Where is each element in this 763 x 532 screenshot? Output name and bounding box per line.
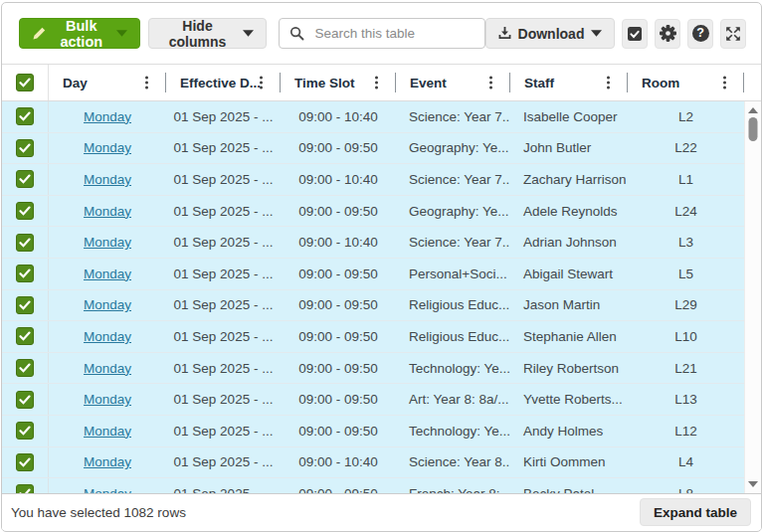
row-checkbox-cell: [2, 416, 49, 446]
day-link[interactable]: Monday: [84, 486, 131, 493]
search-input[interactable]: [313, 25, 475, 42]
row-checkbox[interactable]: [16, 391, 34, 409]
column-label: Day: [63, 76, 88, 90]
table-row[interactable]: Monday 01 Sep 2025 - ... 09:00 - 09:50 G…: [2, 133, 761, 165]
table-search: [279, 18, 485, 49]
column-header-event[interactable]: Event: [396, 65, 510, 100]
cell-day: Monday: [49, 101, 166, 132]
cell-day: Monday: [49, 321, 166, 352]
fullscreen-button[interactable]: [720, 19, 746, 49]
day-link[interactable]: Monday: [84, 392, 131, 407]
row-checkbox-cell: [2, 164, 49, 195]
scrollbar-thumb[interactable]: [749, 117, 758, 141]
row-checkbox-cell: [2, 447, 49, 478]
cell-time-slot: 09:00 - 09:50: [281, 353, 396, 384]
selection-status-text: You have selected 1082 rows: [11, 505, 186, 520]
settings-button[interactable]: [655, 19, 680, 49]
expand-table-button[interactable]: Expand table: [640, 498, 751, 526]
day-link[interactable]: Monday: [84, 140, 131, 155]
column-header-day[interactable]: Day: [49, 65, 166, 100]
column-header-time-slot[interactable]: Time Slot: [281, 65, 396, 100]
row-checkbox[interactable]: [16, 484, 34, 493]
row-checkbox[interactable]: [16, 202, 34, 220]
cell-day: Monday: [49, 384, 166, 415]
day-link[interactable]: Monday: [84, 361, 131, 376]
cell-event: Science: Year 7...: [396, 164, 510, 195]
bulk-action-label: Bulk action: [53, 18, 109, 50]
scroll-down-arrow-icon[interactable]: [748, 481, 758, 487]
cell-room: L10: [628, 321, 744, 352]
row-checkbox[interactable]: [16, 453, 34, 471]
cell-event: Technology: Ye...: [396, 416, 510, 446]
bulk-action-button[interactable]: Bulk action: [19, 18, 140, 49]
column-header-effective-date[interactable]: Effective D...: [166, 65, 281, 100]
table-row[interactable]: Monday 01 Sep 2025 - ... 09:00 - 09:50 F…: [2, 478, 761, 493]
select-rows-button[interactable]: [622, 19, 648, 49]
row-checkbox[interactable]: [16, 234, 34, 252]
download-label: Download: [518, 26, 585, 42]
table-row[interactable]: Monday 01 Sep 2025 - ... 09:00 - 09:50 R…: [2, 290, 761, 322]
cell-staff: Abigail Stewart: [510, 259, 628, 289]
day-link[interactable]: Monday: [84, 172, 131, 187]
row-checkbox[interactable]: [16, 170, 34, 188]
column-menu-icon[interactable]: [487, 75, 494, 91]
cell-staff: Riley Robertson: [510, 353, 628, 384]
column-header-room[interactable]: Room: [628, 65, 744, 100]
row-checkbox[interactable]: [16, 359, 34, 377]
cell-room: L12: [628, 416, 744, 446]
chevron-down-icon: [116, 30, 127, 37]
column-menu-icon[interactable]: [258, 75, 265, 91]
cell-day: Monday: [49, 259, 166, 289]
table-row[interactable]: Monday 01 Sep 2025 - ... 09:00 - 09:50 A…: [2, 384, 761, 416]
download-button[interactable]: Download: [485, 18, 616, 49]
table-row[interactable]: Monday 01 Sep 2025 - ... 09:00 - 10:40 S…: [2, 101, 761, 133]
table-row[interactable]: Monday 01 Sep 2025 - ... 09:00 - 09:50 R…: [2, 321, 761, 353]
scroll-up-arrow-icon[interactable]: [748, 107, 758, 113]
row-checkbox[interactable]: [16, 139, 34, 157]
cell-staff: Adele Reynolds: [510, 196, 628, 227]
help-button[interactable]: ?: [687, 19, 713, 49]
cell-effective-date: 01 Sep 2025 - ...: [166, 447, 281, 478]
column-menu-icon[interactable]: [143, 75, 150, 91]
day-link[interactable]: Monday: [84, 204, 131, 219]
vertical-scrollbar[interactable]: [744, 101, 761, 493]
cell-event: French: Year 8:...: [396, 478, 510, 493]
table-row[interactable]: Monday 01 Sep 2025 - ... 09:00 - 10:40 S…: [2, 164, 761, 196]
table-row[interactable]: Monday 01 Sep 2025 - ... 09:00 - 10:40 S…: [2, 227, 761, 259]
header-checkbox-cell: [2, 65, 49, 100]
row-checkbox[interactable]: [16, 107, 34, 125]
day-link[interactable]: Monday: [84, 109, 131, 124]
row-checkbox-cell: [2, 290, 49, 321]
table-row[interactable]: Monday 01 Sep 2025 - ... 09:00 - 09:50 P…: [2, 259, 761, 290]
row-checkbox[interactable]: [16, 265, 34, 282]
column-menu-icon[interactable]: [605, 75, 612, 91]
day-link[interactable]: Monday: [84, 297, 131, 312]
column-menu-icon[interactable]: [721, 75, 728, 91]
cell-effective-date: 01 Sep 2025 - ...: [166, 227, 281, 258]
column-menu-icon[interactable]: [373, 75, 380, 91]
hide-columns-button[interactable]: Hide columns: [148, 18, 266, 49]
row-checkbox[interactable]: [16, 422, 34, 440]
cell-staff: Kirti Oommen: [510, 447, 628, 478]
table-row[interactable]: Monday 01 Sep 2025 - ... 09:00 - 09:50 T…: [2, 353, 761, 385]
day-link[interactable]: Monday: [84, 454, 131, 469]
column-header-staff[interactable]: Staff: [510, 65, 628, 100]
day-link[interactable]: Monday: [84, 235, 131, 250]
cell-time-slot: 09:00 - 09:50: [281, 196, 396, 227]
day-link[interactable]: Monday: [84, 329, 131, 344]
select-all-checkbox[interactable]: [16, 74, 34, 91]
row-checkbox[interactable]: [16, 296, 34, 314]
cell-room: L5: [628, 259, 744, 289]
table-row[interactable]: Monday 01 Sep 2025 - ... 09:00 - 09:50 T…: [2, 416, 761, 447]
cell-effective-date: 01 Sep 2025 - ...: [166, 321, 281, 352]
cell-time-slot: 09:00 - 09:50: [281, 290, 396, 321]
cell-effective-date: 01 Sep 2025 - ...: [166, 478, 281, 493]
table-row[interactable]: Monday 01 Sep 2025 - ... 09:00 - 10:40 S…: [2, 447, 761, 479]
table-row[interactable]: Monday 01 Sep 2025 - ... 09:00 - 09:50 G…: [2, 196, 761, 228]
cell-room: L22: [628, 133, 744, 164]
day-link[interactable]: Monday: [84, 424, 131, 439]
row-checkbox-cell: [2, 478, 49, 493]
row-checkbox[interactable]: [16, 327, 34, 345]
cell-day: Monday: [49, 196, 166, 227]
day-link[interactable]: Monday: [84, 266, 131, 281]
